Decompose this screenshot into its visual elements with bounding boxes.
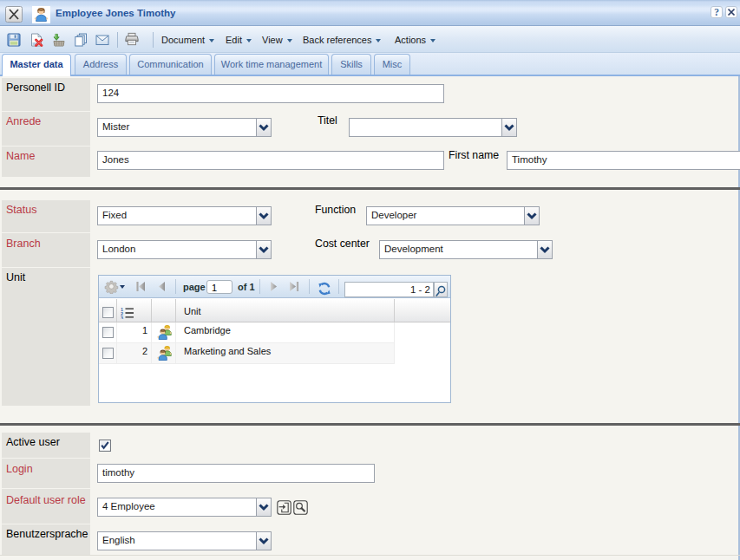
svg-text:?: ? xyxy=(714,7,719,17)
svg-text:3: 3 xyxy=(121,316,123,320)
